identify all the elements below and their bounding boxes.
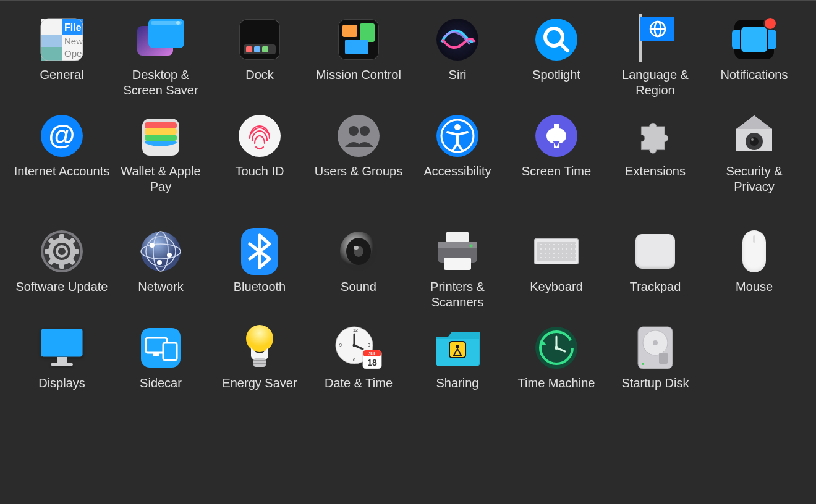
displays-icon bbox=[38, 324, 86, 372]
svg-point-112 bbox=[642, 363, 644, 365]
pref-label: Keyboard bbox=[530, 279, 583, 295]
pref-spotlight[interactable]: Spotlight bbox=[507, 15, 606, 112]
pref-label: Spotlight bbox=[532, 67, 580, 83]
pref-label: Sidecar bbox=[140, 376, 182, 391]
pref-label: Sound bbox=[341, 279, 376, 295]
svg-rect-37 bbox=[145, 122, 177, 128]
pref-sharing[interactable]: Sharing bbox=[408, 324, 507, 405]
pref-label: Mission Control bbox=[316, 67, 401, 83]
pref-energy-saver[interactable]: Energy Saver bbox=[210, 324, 309, 405]
svg-point-69 bbox=[354, 246, 359, 250]
svg-point-12 bbox=[176, 21, 180, 25]
pref-security-privacy[interactable]: Security & Privacy bbox=[705, 112, 804, 208]
prefs-section-personal: File New Ope General bbox=[0, 0, 816, 212]
pref-printers-scanners[interactable]: Printers & Scanners bbox=[408, 227, 507, 324]
svg-point-23 bbox=[535, 19, 577, 61]
svg-point-64 bbox=[157, 260, 162, 265]
pref-time-machine[interactable]: Time Machine bbox=[507, 324, 606, 405]
svg-point-50 bbox=[750, 137, 759, 146]
svg-rect-77 bbox=[57, 357, 67, 363]
svg-rect-70 bbox=[446, 232, 469, 243]
touch-id-icon bbox=[236, 112, 284, 160]
keyboard-icon bbox=[532, 227, 580, 275]
pref-startup-disk[interactable]: Startup Disk bbox=[606, 324, 705, 405]
pref-displays[interactable]: Displays bbox=[12, 324, 111, 405]
pref-label: General bbox=[40, 67, 83, 83]
pref-users-groups[interactable]: Users & Groups bbox=[309, 112, 408, 208]
network-icon bbox=[137, 227, 185, 275]
pref-label: Touch ID bbox=[236, 164, 284, 179]
pref-internet-accounts[interactable]: @ Internet Accounts bbox=[12, 112, 111, 208]
pref-trackpad[interactable]: Trackpad bbox=[606, 227, 705, 324]
notification-badge-icon bbox=[763, 17, 777, 30]
svg-text:9: 9 bbox=[339, 343, 342, 347]
pref-general[interactable]: File New Ope General bbox=[12, 15, 111, 112]
pref-label: Time Machine bbox=[518, 376, 595, 391]
pref-label: Sharing bbox=[436, 376, 479, 391]
svg-point-74 bbox=[470, 245, 473, 248]
svg-point-58 bbox=[141, 232, 181, 271]
pref-label: Trackpad bbox=[630, 279, 681, 295]
notifications-icon bbox=[730, 15, 778, 64]
pref-label: Startup Disk bbox=[622, 376, 689, 391]
pref-sidecar[interactable]: Sidecar bbox=[111, 324, 210, 405]
svg-rect-33 bbox=[741, 26, 768, 53]
svg-text:JUL: JUL bbox=[368, 351, 376, 356]
svg-point-47 bbox=[454, 124, 461, 130]
pref-accessibility[interactable]: Accessibility bbox=[408, 112, 507, 208]
pref-touch-id[interactable]: Touch ID bbox=[210, 112, 309, 208]
svg-rect-21 bbox=[345, 40, 368, 54]
pref-screen-time[interactable]: Screen Time bbox=[507, 112, 606, 208]
svg-point-43 bbox=[349, 126, 359, 136]
sidecar-icon bbox=[137, 324, 185, 372]
svg-rect-15 bbox=[246, 46, 252, 52]
mission-control-icon bbox=[334, 15, 383, 64]
pref-software-update[interactable]: Software Update bbox=[12, 227, 111, 324]
security-privacy-icon bbox=[730, 112, 778, 160]
prefs-grid: Software Update Network bbox=[12, 227, 804, 405]
pref-language-region[interactable]: Language & Region bbox=[606, 15, 705, 112]
pref-notifications[interactable]: Notifications bbox=[705, 15, 804, 112]
pref-mission-control[interactable]: Mission Control bbox=[309, 15, 408, 112]
svg-rect-78 bbox=[51, 363, 73, 366]
pref-desktop-screensaver[interactable]: Desktop & Screen Saver bbox=[111, 15, 210, 112]
pref-bluetooth[interactable]: Bluetooth bbox=[210, 227, 309, 324]
accessibility-icon bbox=[433, 112, 482, 160]
wallet-icon bbox=[137, 112, 185, 160]
spotlight-icon bbox=[532, 15, 580, 64]
pref-label: Language & Region bbox=[607, 67, 703, 98]
pref-label: Security & Privacy bbox=[706, 164, 802, 195]
pref-label: Date & Time bbox=[325, 376, 393, 391]
pref-network[interactable]: Network bbox=[111, 227, 210, 324]
pref-label: Dock bbox=[245, 67, 274, 83]
svg-rect-73 bbox=[444, 258, 471, 270]
svg-rect-3 bbox=[41, 47, 62, 61]
software-update-icon bbox=[38, 227, 86, 275]
svg-point-110 bbox=[653, 340, 658, 345]
svg-rect-38 bbox=[145, 128, 177, 135]
pref-wallet-apple-pay[interactable]: Wallet & Apple Pay bbox=[111, 112, 210, 208]
pref-extensions[interactable]: Extensions bbox=[606, 112, 705, 208]
svg-text:New: New bbox=[64, 36, 83, 46]
pref-label: Mouse bbox=[736, 279, 773, 295]
pref-siri[interactable]: Siri bbox=[408, 15, 507, 112]
pref-date-time[interactable]: 123 69 JUL 18 Date & Time bbox=[309, 324, 408, 405]
svg-rect-17 bbox=[262, 46, 268, 52]
svg-rect-75 bbox=[41, 329, 83, 357]
startup-disk-icon bbox=[631, 324, 679, 372]
sharing-icon bbox=[433, 324, 482, 372]
svg-text:6: 6 bbox=[353, 358, 355, 362]
pref-mouse[interactable]: Mouse bbox=[705, 227, 804, 324]
pref-label: Notifications bbox=[721, 67, 788, 83]
svg-text:@: @ bbox=[49, 120, 75, 150]
svg-point-44 bbox=[360, 126, 370, 136]
prefs-section-hardware: Software Update Network bbox=[0, 212, 816, 408]
pref-sound[interactable]: Sound bbox=[309, 227, 408, 324]
pref-dock[interactable]: Dock bbox=[210, 15, 309, 112]
energy-saver-icon bbox=[236, 324, 284, 372]
pref-label: Network bbox=[138, 279, 183, 295]
pref-label: Extensions bbox=[625, 164, 686, 179]
pref-label: Displays bbox=[38, 376, 85, 391]
svg-rect-20 bbox=[360, 23, 375, 42]
pref-keyboard[interactable]: Keyboard bbox=[507, 227, 606, 324]
